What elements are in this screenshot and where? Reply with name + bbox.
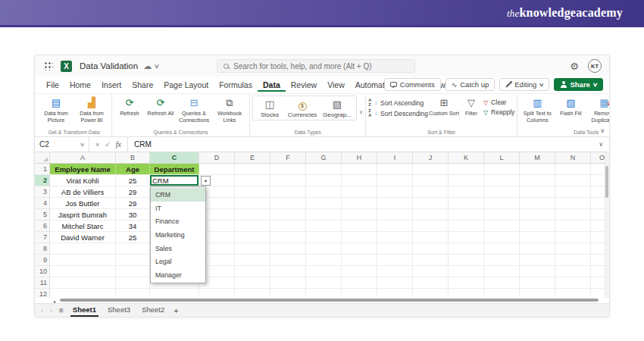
column-header-D[interactable]: D xyxy=(199,152,235,164)
column-header-J[interactable]: J xyxy=(413,152,449,164)
cell-N11[interactable] xyxy=(555,277,591,289)
row-header-12[interactable]: 12 xyxy=(35,289,50,298)
data-types-chevron-down-icon[interactable]: ∨ xyxy=(359,109,363,115)
cell-B6[interactable]: 34 xyxy=(116,221,150,232)
cell-E10[interactable] xyxy=(235,266,270,277)
menu-tab-page-layout[interactable]: Page Layout xyxy=(158,78,214,92)
cell-I4[interactable] xyxy=(377,198,413,209)
cell-L12[interactable] xyxy=(484,289,520,298)
cell-L2[interactable] xyxy=(484,175,520,186)
cell-N10[interactable] xyxy=(555,266,591,277)
formula-bar-chevron-icon[interactable]: ∨ xyxy=(599,141,609,148)
cell-F9[interactable] xyxy=(270,255,306,266)
column-header-F[interactable]: F xyxy=(270,152,306,164)
cell-J4[interactable] xyxy=(413,198,449,209)
cell-L8[interactable] xyxy=(484,243,520,255)
cell-D12[interactable] xyxy=(199,289,235,298)
cell-N4[interactable] xyxy=(555,198,591,209)
menu-tab-file[interactable]: File xyxy=(41,78,64,92)
cell-H9[interactable] xyxy=(342,255,377,266)
cell-M12[interactable] xyxy=(520,289,555,298)
cell-F2[interactable] xyxy=(270,175,306,186)
cell-L11[interactable] xyxy=(484,277,520,289)
cell-L7[interactable] xyxy=(484,232,520,243)
cell-I5[interactable] xyxy=(377,209,413,221)
cell-H10[interactable] xyxy=(342,266,377,277)
menu-tab-home[interactable]: Home xyxy=(64,78,96,92)
cell-M6[interactable] xyxy=(520,221,555,232)
cell-E7[interactable] xyxy=(235,232,270,243)
currencies-button[interactable]: $ Currencies xyxy=(285,97,320,119)
cell-G8[interactable] xyxy=(306,243,342,255)
editing-mode-button[interactable]: Editing ∨ xyxy=(499,78,549,91)
dropdown-item-manager[interactable]: Manager xyxy=(151,268,205,282)
sort-descending-button[interactable]: ZA↓ Sort Descending xyxy=(368,109,428,117)
column-header-I[interactable]: I xyxy=(377,152,413,164)
cell-J9[interactable] xyxy=(413,255,449,266)
cell-B12[interactable] xyxy=(116,289,150,298)
row-header-4[interactable]: 4 xyxy=(35,198,50,209)
cell-M1[interactable] xyxy=(520,164,555,175)
cell-E3[interactable] xyxy=(235,186,270,198)
menu-tab-view[interactable]: View xyxy=(322,78,350,92)
cell-G4[interactable] xyxy=(306,198,342,209)
cell-B5[interactable]: 30 xyxy=(116,209,150,221)
cell-E1[interactable] xyxy=(235,164,270,175)
cell-E11[interactable] xyxy=(235,277,270,289)
cell-L4[interactable] xyxy=(484,198,520,209)
column-header-K[interactable]: K xyxy=(449,152,484,164)
filter-button[interactable]: ▽ Filter xyxy=(460,95,483,117)
add-sheet-button[interactable]: + xyxy=(174,306,178,315)
cell-N8[interactable] xyxy=(555,243,591,255)
sheet-tab-sheet1[interactable]: Sheet1 xyxy=(70,304,98,317)
dropdown-item-marketing[interactable]: Marketing xyxy=(151,228,205,242)
sheet-tab-sheet3[interactable]: Sheet3 xyxy=(105,304,133,317)
cell-G1[interactable] xyxy=(306,164,342,175)
cell-B3[interactable]: 29 xyxy=(116,186,150,198)
cell-J11[interactable] xyxy=(413,277,449,289)
cell-H1[interactable] xyxy=(342,164,377,175)
horizontal-scrollbar[interactable]: ◂ xyxy=(35,298,609,303)
cell-I8[interactable] xyxy=(377,243,413,255)
cell-E2[interactable] xyxy=(235,175,270,186)
cell-G9[interactable] xyxy=(306,255,342,266)
cell-H2[interactable] xyxy=(342,175,377,186)
cell-L5[interactable] xyxy=(484,209,520,221)
document-title[interactable]: Data Validation xyxy=(80,61,138,70)
cell-A12[interactable] xyxy=(50,289,116,298)
cell-N1[interactable] xyxy=(555,164,591,175)
cell-J8[interactable] xyxy=(413,243,449,255)
sheet-next-icon[interactable]: › xyxy=(50,307,52,314)
cell-I12[interactable] xyxy=(377,289,413,298)
column-header-B[interactable]: B xyxy=(116,152,150,164)
cell-B9[interactable] xyxy=(116,255,150,266)
cell-K3[interactable] xyxy=(449,186,484,198)
cell-A11[interactable] xyxy=(50,277,116,289)
cell-B10[interactable] xyxy=(116,266,150,277)
cell-E6[interactable] xyxy=(235,221,270,232)
cell-L6[interactable] xyxy=(484,221,520,232)
cell-M11[interactable] xyxy=(520,277,555,289)
cell-A8[interactable] xyxy=(50,243,116,255)
hscroll-left-arrow-icon[interactable]: ◂ xyxy=(53,299,55,304)
cell-F10[interactable] xyxy=(270,266,306,277)
cell-B7[interactable]: 25 xyxy=(116,232,150,243)
cell-N9[interactable] xyxy=(555,255,591,266)
cell-C1[interactable]: Department xyxy=(150,164,199,175)
cell-J7[interactable] xyxy=(413,232,449,243)
row-header-5[interactable]: 5 xyxy=(35,209,50,221)
flash-fill-button[interactable]: ▨ Flash Fill xyxy=(555,95,586,117)
cell-L1[interactable] xyxy=(484,164,520,175)
cell-B8[interactable] xyxy=(116,243,150,255)
geography-button[interactable]: ▧ Geograp... xyxy=(320,97,355,119)
cell-G11[interactable] xyxy=(306,277,342,289)
cell-H12[interactable] xyxy=(342,289,377,298)
ribbon-collapse-chevron-icon[interactable]: ∨ xyxy=(600,127,605,134)
data-from-power-bi-button[interactable]: ▟ Data from Power BI xyxy=(74,95,109,124)
cell-M8[interactable] xyxy=(520,243,555,255)
cell-N2[interactable] xyxy=(555,175,591,186)
cell-F5[interactable] xyxy=(270,209,306,221)
cell-L9[interactable] xyxy=(484,255,520,266)
horizontal-scrollbar-thumb[interactable] xyxy=(60,299,599,302)
custom-sort-button[interactable]: ⊞ Custom Sort xyxy=(429,95,459,117)
